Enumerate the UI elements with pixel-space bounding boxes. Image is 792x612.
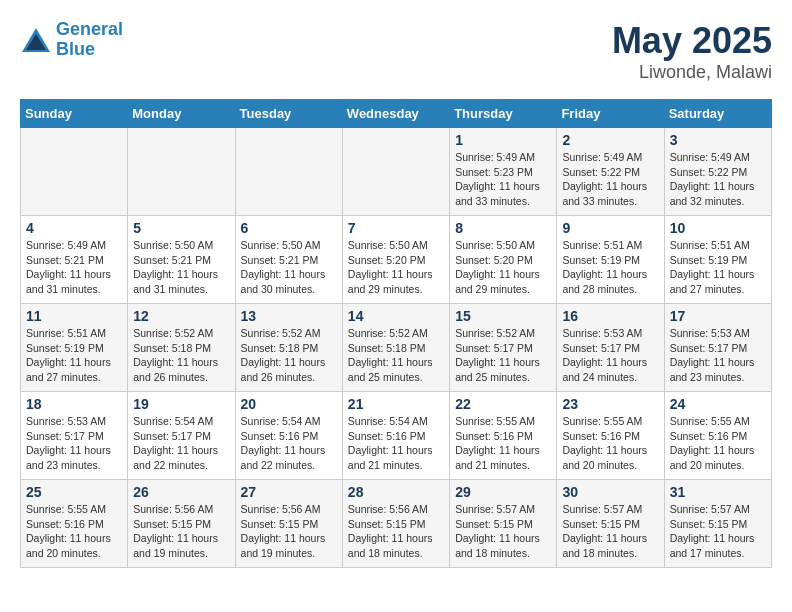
day-info: Sunrise: 5:50 AM Sunset: 5:20 PM Dayligh… — [455, 238, 551, 297]
day-number: 18 — [26, 396, 122, 412]
day-number: 16 — [562, 308, 658, 324]
day-info: Sunrise: 5:54 AM Sunset: 5:17 PM Dayligh… — [133, 414, 229, 473]
day-info: Sunrise: 5:52 AM Sunset: 5:18 PM Dayligh… — [241, 326, 337, 385]
day-number: 14 — [348, 308, 444, 324]
day-info: Sunrise: 5:53 AM Sunset: 5:17 PM Dayligh… — [670, 326, 766, 385]
day-number: 29 — [455, 484, 551, 500]
day-info: Sunrise: 5:57 AM Sunset: 5:15 PM Dayligh… — [562, 502, 658, 561]
calendar-cell: 29Sunrise: 5:57 AM Sunset: 5:15 PM Dayli… — [450, 480, 557, 568]
page-header: General Blue May 2025 Liwonde, Malawi — [20, 20, 772, 83]
month-title: May 2025 — [612, 20, 772, 62]
calendar-cell: 10Sunrise: 5:51 AM Sunset: 5:19 PM Dayli… — [664, 216, 771, 304]
day-number: 12 — [133, 308, 229, 324]
calendar-cell: 25Sunrise: 5:55 AM Sunset: 5:16 PM Dayli… — [21, 480, 128, 568]
calendar-week-row: 1Sunrise: 5:49 AM Sunset: 5:23 PM Daylig… — [21, 128, 772, 216]
day-info: Sunrise: 5:52 AM Sunset: 5:18 PM Dayligh… — [348, 326, 444, 385]
calendar-cell: 28Sunrise: 5:56 AM Sunset: 5:15 PM Dayli… — [342, 480, 449, 568]
day-number: 2 — [562, 132, 658, 148]
calendar-week-row: 4Sunrise: 5:49 AM Sunset: 5:21 PM Daylig… — [21, 216, 772, 304]
calendar-cell: 21Sunrise: 5:54 AM Sunset: 5:16 PM Dayli… — [342, 392, 449, 480]
calendar-cell: 16Sunrise: 5:53 AM Sunset: 5:17 PM Dayli… — [557, 304, 664, 392]
day-info: Sunrise: 5:57 AM Sunset: 5:15 PM Dayligh… — [670, 502, 766, 561]
day-info: Sunrise: 5:55 AM Sunset: 5:16 PM Dayligh… — [562, 414, 658, 473]
calendar-cell — [21, 128, 128, 216]
title-block: May 2025 Liwonde, Malawi — [612, 20, 772, 83]
calendar-cell — [342, 128, 449, 216]
calendar-cell: 15Sunrise: 5:52 AM Sunset: 5:17 PM Dayli… — [450, 304, 557, 392]
day-info: Sunrise: 5:51 AM Sunset: 5:19 PM Dayligh… — [26, 326, 122, 385]
day-info: Sunrise: 5:55 AM Sunset: 5:16 PM Dayligh… — [455, 414, 551, 473]
calendar-cell: 18Sunrise: 5:53 AM Sunset: 5:17 PM Dayli… — [21, 392, 128, 480]
calendar-cell: 7Sunrise: 5:50 AM Sunset: 5:20 PM Daylig… — [342, 216, 449, 304]
day-number: 8 — [455, 220, 551, 236]
day-number: 22 — [455, 396, 551, 412]
weekday-header: Wednesday — [342, 100, 449, 128]
calendar-cell — [128, 128, 235, 216]
calendar-cell: 6Sunrise: 5:50 AM Sunset: 5:21 PM Daylig… — [235, 216, 342, 304]
day-number: 20 — [241, 396, 337, 412]
logo: General Blue — [20, 20, 123, 60]
calendar-week-row: 11Sunrise: 5:51 AM Sunset: 5:19 PM Dayli… — [21, 304, 772, 392]
calendar-cell: 13Sunrise: 5:52 AM Sunset: 5:18 PM Dayli… — [235, 304, 342, 392]
calendar-cell: 12Sunrise: 5:52 AM Sunset: 5:18 PM Dayli… — [128, 304, 235, 392]
calendar-cell: 22Sunrise: 5:55 AM Sunset: 5:16 PM Dayli… — [450, 392, 557, 480]
day-number: 25 — [26, 484, 122, 500]
day-info: Sunrise: 5:56 AM Sunset: 5:15 PM Dayligh… — [348, 502, 444, 561]
calendar-body: 1Sunrise: 5:49 AM Sunset: 5:23 PM Daylig… — [21, 128, 772, 568]
day-number: 17 — [670, 308, 766, 324]
day-number: 19 — [133, 396, 229, 412]
calendar-cell: 26Sunrise: 5:56 AM Sunset: 5:15 PM Dayli… — [128, 480, 235, 568]
calendar-cell: 3Sunrise: 5:49 AM Sunset: 5:22 PM Daylig… — [664, 128, 771, 216]
calendar-cell: 20Sunrise: 5:54 AM Sunset: 5:16 PM Dayli… — [235, 392, 342, 480]
day-number: 21 — [348, 396, 444, 412]
calendar-cell: 8Sunrise: 5:50 AM Sunset: 5:20 PM Daylig… — [450, 216, 557, 304]
day-number: 28 — [348, 484, 444, 500]
day-info: Sunrise: 5:54 AM Sunset: 5:16 PM Dayligh… — [348, 414, 444, 473]
day-number: 7 — [348, 220, 444, 236]
location-title: Liwonde, Malawi — [612, 62, 772, 83]
day-info: Sunrise: 5:57 AM Sunset: 5:15 PM Dayligh… — [455, 502, 551, 561]
day-number: 30 — [562, 484, 658, 500]
day-info: Sunrise: 5:53 AM Sunset: 5:17 PM Dayligh… — [562, 326, 658, 385]
day-info: Sunrise: 5:50 AM Sunset: 5:21 PM Dayligh… — [133, 238, 229, 297]
logo-icon — [20, 26, 52, 54]
weekday-header: Sunday — [21, 100, 128, 128]
weekday-header: Tuesday — [235, 100, 342, 128]
day-number: 27 — [241, 484, 337, 500]
calendar-week-row: 25Sunrise: 5:55 AM Sunset: 5:16 PM Dayli… — [21, 480, 772, 568]
day-number: 6 — [241, 220, 337, 236]
calendar-cell: 11Sunrise: 5:51 AM Sunset: 5:19 PM Dayli… — [21, 304, 128, 392]
day-number: 1 — [455, 132, 551, 148]
weekday-header: Thursday — [450, 100, 557, 128]
day-info: Sunrise: 5:53 AM Sunset: 5:17 PM Dayligh… — [26, 414, 122, 473]
day-number: 9 — [562, 220, 658, 236]
day-info: Sunrise: 5:52 AM Sunset: 5:17 PM Dayligh… — [455, 326, 551, 385]
day-info: Sunrise: 5:55 AM Sunset: 5:16 PM Dayligh… — [26, 502, 122, 561]
calendar-cell: 24Sunrise: 5:55 AM Sunset: 5:16 PM Dayli… — [664, 392, 771, 480]
weekday-header: Saturday — [664, 100, 771, 128]
day-number: 13 — [241, 308, 337, 324]
day-info: Sunrise: 5:56 AM Sunset: 5:15 PM Dayligh… — [241, 502, 337, 561]
calendar-cell — [235, 128, 342, 216]
weekday-header: Monday — [128, 100, 235, 128]
day-info: Sunrise: 5:51 AM Sunset: 5:19 PM Dayligh… — [562, 238, 658, 297]
calendar-cell: 4Sunrise: 5:49 AM Sunset: 5:21 PM Daylig… — [21, 216, 128, 304]
day-info: Sunrise: 5:50 AM Sunset: 5:21 PM Dayligh… — [241, 238, 337, 297]
day-info: Sunrise: 5:49 AM Sunset: 5:21 PM Dayligh… — [26, 238, 122, 297]
calendar-cell: 19Sunrise: 5:54 AM Sunset: 5:17 PM Dayli… — [128, 392, 235, 480]
day-number: 24 — [670, 396, 766, 412]
day-number: 15 — [455, 308, 551, 324]
weekday-header: Friday — [557, 100, 664, 128]
day-number: 26 — [133, 484, 229, 500]
day-number: 23 — [562, 396, 658, 412]
calendar-cell: 2Sunrise: 5:49 AM Sunset: 5:22 PM Daylig… — [557, 128, 664, 216]
day-info: Sunrise: 5:56 AM Sunset: 5:15 PM Dayligh… — [133, 502, 229, 561]
day-info: Sunrise: 5:49 AM Sunset: 5:23 PM Dayligh… — [455, 150, 551, 209]
logo-text: General Blue — [56, 20, 123, 60]
day-info: Sunrise: 5:50 AM Sunset: 5:20 PM Dayligh… — [348, 238, 444, 297]
calendar-header: SundayMondayTuesdayWednesdayThursdayFrid… — [21, 100, 772, 128]
day-number: 31 — [670, 484, 766, 500]
day-info: Sunrise: 5:55 AM Sunset: 5:16 PM Dayligh… — [670, 414, 766, 473]
day-info: Sunrise: 5:54 AM Sunset: 5:16 PM Dayligh… — [241, 414, 337, 473]
calendar-week-row: 18Sunrise: 5:53 AM Sunset: 5:17 PM Dayli… — [21, 392, 772, 480]
